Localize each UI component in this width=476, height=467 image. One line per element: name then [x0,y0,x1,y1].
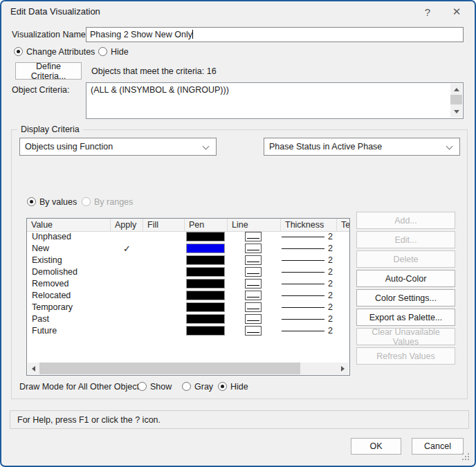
draw-mode-hide-radio[interactable] [218,382,227,391]
scroll-right-icon[interactable] [337,363,349,374]
pen-swatch[interactable] [186,267,225,277]
thickness-line [282,260,324,261]
ok-button[interactable]: OK [351,438,401,455]
col-header-apply[interactable]: Apply [111,219,143,231]
resize-grip-icon[interactable] [462,453,470,461]
function-dropdown-value: Objects using Function [25,138,113,155]
scroll-left-icon[interactable] [28,363,39,374]
scroll-up-icon[interactable] [450,84,462,95]
thickness-value: 2 [328,278,333,290]
table-row-temporary[interactable]: Temporary 2 [27,302,349,313]
col-header-value[interactable]: Value [27,219,111,231]
line-style-box[interactable] [245,267,262,277]
visualization-name-value: Phasing 2 Show New Only [90,30,192,39]
thickness-value: 2 [328,231,333,243]
draw-mode-label: Draw Mode for All Other Objects: [19,382,146,392]
thickness-line [282,307,324,308]
object-criteria-value: (ALL & (INSYMBOL & (INGROUP))) [91,85,448,95]
pen-swatch[interactable] [186,279,225,289]
values-table[interactable]: Value Apply Fill Pen Line Thickness Te U… [26,218,350,376]
change-attributes-radio[interactable] [14,47,23,56]
value-cell: Demolished [32,266,77,278]
value-cell: Unphased [32,231,71,243]
delete-button[interactable]: Delete [356,250,455,268]
col-header-thickness[interactable]: Thickness [281,219,337,231]
refresh-values-button[interactable]: Refresh Values [356,347,455,365]
col-header-fill[interactable]: Fill [143,219,185,231]
dialog-title: Edit Data Visualization [10,1,100,22]
pen-swatch[interactable] [186,302,225,312]
by-values-radio[interactable] [27,197,36,206]
thickness-value: 2 [328,313,333,325]
by-values-label: By values [39,197,77,207]
define-criteria-button[interactable]: Define Criteria... [15,62,82,80]
scrollbar-thumb[interactable] [39,363,300,374]
phase-dropdown[interactable]: Phase Status in Active Phase [264,138,460,156]
pen-swatch[interactable] [186,255,225,265]
line-style-box[interactable] [245,279,262,289]
col-header-line[interactable]: Line [228,219,281,231]
pen-swatch[interactable] [186,244,225,253]
thickness-value: 2 [328,266,333,278]
by-ranges-radio[interactable] [82,197,91,206]
color-settings-button[interactable]: Color Settings... [356,289,455,306]
close-icon[interactable]: ✕ [444,1,469,22]
table-row-new[interactable]: New ✓ 2 [27,243,349,255]
apply-check: ✓ [111,243,143,255]
table-row-existing[interactable]: Existing 2 [27,255,349,266]
thickness-line [282,284,324,284]
line-style-box[interactable] [245,255,262,265]
display-criteria-group-label: Display Criteria [17,125,83,134]
draw-mode-gray-radio[interactable] [182,382,191,391]
status-bar: For Help, press F1 or click the ? icon. [10,410,469,429]
line-style-box[interactable] [245,314,262,324]
table-row-unphased[interactable]: Unphased 2 [27,231,349,243]
visualization-name-input[interactable]: Phasing 2 Show New Only [86,27,464,42]
auto-color-button[interactable]: Auto-Color [356,270,455,287]
chevron-down-icon [446,143,453,150]
object-criteria-scrollbar[interactable] [450,84,462,118]
help-icon[interactable]: ? [415,1,440,22]
pen-swatch[interactable] [186,232,225,241]
chevron-down-icon [203,143,210,150]
value-cell: Future [32,325,57,337]
table-horizontal-scrollbar[interactable] [28,363,349,374]
table-row-removed[interactable]: Removed 2 [27,278,349,290]
col-header-text[interactable]: Te [337,219,350,231]
table-row-demolished[interactable]: Demolished 2 [27,266,349,278]
line-style-box[interactable] [245,232,262,241]
pen-swatch[interactable] [186,291,225,300]
line-style-box[interactable] [245,302,262,312]
draw-mode-hide-label: Hide [230,382,248,392]
line-style-box[interactable] [245,244,262,253]
pen-swatch[interactable] [186,326,225,336]
col-header-pen[interactable]: Pen [185,219,228,231]
export-as-palette-button[interactable]: Export as Palette... [356,309,455,326]
value-cell: New [32,243,49,255]
add-button[interactable]: Add... [356,212,455,229]
by-ranges-label: By ranges [94,197,133,207]
scrollbar-thumb[interactable] [450,95,462,104]
table-row-future[interactable]: Future 2 [27,325,349,337]
thickness-line [282,237,324,237]
thickness-line [282,248,324,249]
pen-swatch[interactable] [186,314,225,324]
scroll-down-icon[interactable] [450,106,462,118]
line-style-box[interactable] [245,291,262,300]
table-row-relocated[interactable]: Relocated 2 [27,290,349,302]
table-row-past[interactable]: Past 2 [27,313,349,325]
draw-mode-show-label: Show [150,382,172,392]
hide-radio[interactable] [98,47,107,56]
thickness-value: 2 [328,290,333,302]
thickness-line [282,331,324,331]
change-attributes-label: Change Attributes [26,47,95,57]
edit-button[interactable]: Edit... [356,231,455,248]
draw-mode-show-radio[interactable] [138,382,147,391]
thickness-value: 2 [328,243,333,255]
clear-unavailable-values-button[interactable]: Clear Unavailable Values [356,328,455,345]
line-style-box[interactable] [245,326,262,336]
object-criteria-label: Object Criteria: [12,85,69,95]
object-criteria-textarea[interactable]: (ALL & (INSYMBOL & (INGROUP))) [86,82,464,119]
cancel-button[interactable]: Cancel [412,438,464,455]
function-dropdown[interactable]: Objects using Function [19,138,217,156]
